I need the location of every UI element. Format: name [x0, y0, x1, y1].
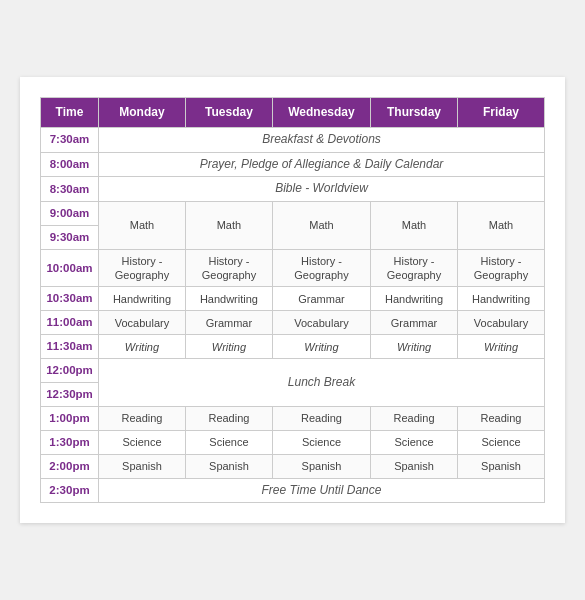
- time-cell: 8:30am: [41, 177, 99, 202]
- data-cell: History -Geography: [99, 249, 186, 287]
- data-cell: Science: [185, 431, 272, 455]
- time-cell: 2:30pm: [41, 478, 99, 503]
- data-cell: Vocabulary: [458, 311, 545, 335]
- header-friday: Friday: [458, 97, 545, 128]
- data-cell: Reading: [458, 407, 545, 431]
- data-cell: History -Geography: [371, 249, 458, 287]
- table-row: 11:30amWritingWritingWritingWritingWriti…: [41, 335, 545, 359]
- data-cell: Writing: [458, 335, 545, 359]
- data-cell: Handwriting: [371, 287, 458, 311]
- span-content: Free Time Until Dance: [99, 478, 545, 503]
- header-thursday: Thursday: [371, 97, 458, 128]
- data-cell: Science: [99, 431, 186, 455]
- header-monday: Monday: [99, 97, 186, 128]
- header-tuesday: Tuesday: [185, 97, 272, 128]
- table-row: 10:30amHandwritingHandwritingGrammarHand…: [41, 287, 545, 311]
- data-cell: Handwriting: [99, 287, 186, 311]
- time-cell: 12:00pm: [41, 359, 99, 383]
- time-cell: 11:30am: [41, 335, 99, 359]
- span-content: Prayer, Pledge of Allegiance & Daily Cal…: [99, 152, 545, 177]
- header-wednesday: Wednesday: [272, 97, 370, 128]
- data-cell: Grammar: [371, 311, 458, 335]
- table-row: 8:30am Bible - Worldview: [41, 177, 545, 202]
- time-cell: 8:00am: [41, 152, 99, 177]
- data-cell: Writing: [371, 335, 458, 359]
- time-cell: 10:30am: [41, 287, 99, 311]
- time-cell: 1:00pm: [41, 407, 99, 431]
- data-cell: Science: [458, 431, 545, 455]
- data-cell: History -Geography: [185, 249, 272, 287]
- table-row: 2:00pmSpanishSpanishSpanishSpanishSpanis…: [41, 454, 545, 478]
- table-row: 2:30pm Free Time Until Dance: [41, 478, 545, 503]
- data-cell: Spanish: [185, 454, 272, 478]
- data-cell: Handwriting: [185, 287, 272, 311]
- table-row: 1:00pmReadingReadingReadingReadingReadin…: [41, 407, 545, 431]
- data-cell: History -Geography: [272, 249, 370, 287]
- data-cell: Writing: [99, 335, 186, 359]
- data-cell: Grammar: [185, 311, 272, 335]
- table-row: 10:00amHistory -GeographyHistory -Geogra…: [41, 249, 545, 287]
- table-row: 11:00amVocabularyGrammarVocabularyGramma…: [41, 311, 545, 335]
- schedule-container: Time Monday Tuesday Wednesday Thursday F…: [20, 77, 565, 524]
- time-cell: 9:30am: [41, 225, 99, 249]
- table-row: 8:00am Prayer, Pledge of Allegiance & Da…: [41, 152, 545, 177]
- data-cell: Science: [272, 431, 370, 455]
- time-cell: 2:00pm: [41, 454, 99, 478]
- time-cell: 7:30am: [41, 128, 99, 153]
- data-cell: History -Geography: [458, 249, 545, 287]
- table-row: 1:30pmScienceScienceScienceScienceScienc…: [41, 431, 545, 455]
- data-cell: Math: [99, 201, 186, 249]
- data-cell: Writing: [185, 335, 272, 359]
- data-cell: Spanish: [272, 454, 370, 478]
- data-cell: Math: [272, 201, 370, 249]
- header-time: Time: [41, 97, 99, 128]
- data-cell: Spanish: [99, 454, 186, 478]
- data-cell: Reading: [371, 407, 458, 431]
- data-cell: Math: [185, 201, 272, 249]
- data-cell: Grammar: [272, 287, 370, 311]
- data-cell: Reading: [272, 407, 370, 431]
- data-cell: Science: [371, 431, 458, 455]
- data-cell: Writing: [272, 335, 370, 359]
- time-cell: 9:00am: [41, 201, 99, 225]
- data-cell: Spanish: [458, 454, 545, 478]
- data-cell: Reading: [99, 407, 186, 431]
- table-row: 9:00amMathMathMathMathMath: [41, 201, 545, 225]
- table-row: 7:30am Breakfast & Devotions: [41, 128, 545, 153]
- time-cell: 12:30pm: [41, 383, 99, 407]
- data-cell: Vocabulary: [99, 311, 186, 335]
- data-cell: Math: [458, 201, 545, 249]
- data-cell: Reading: [185, 407, 272, 431]
- data-cell: Math: [371, 201, 458, 249]
- span-content: Lunch Break: [99, 359, 545, 407]
- time-cell: 10:00am: [41, 249, 99, 287]
- schedule-table: Time Monday Tuesday Wednesday Thursday F…: [40, 97, 545, 504]
- time-cell: 1:30pm: [41, 431, 99, 455]
- time-cell: 11:00am: [41, 311, 99, 335]
- data-cell: Handwriting: [458, 287, 545, 311]
- data-cell: Vocabulary: [272, 311, 370, 335]
- data-cell: Spanish: [371, 454, 458, 478]
- table-row: 12:00pmLunch Break: [41, 359, 545, 383]
- span-content: Bible - Worldview: [99, 177, 545, 202]
- span-content: Breakfast & Devotions: [99, 128, 545, 153]
